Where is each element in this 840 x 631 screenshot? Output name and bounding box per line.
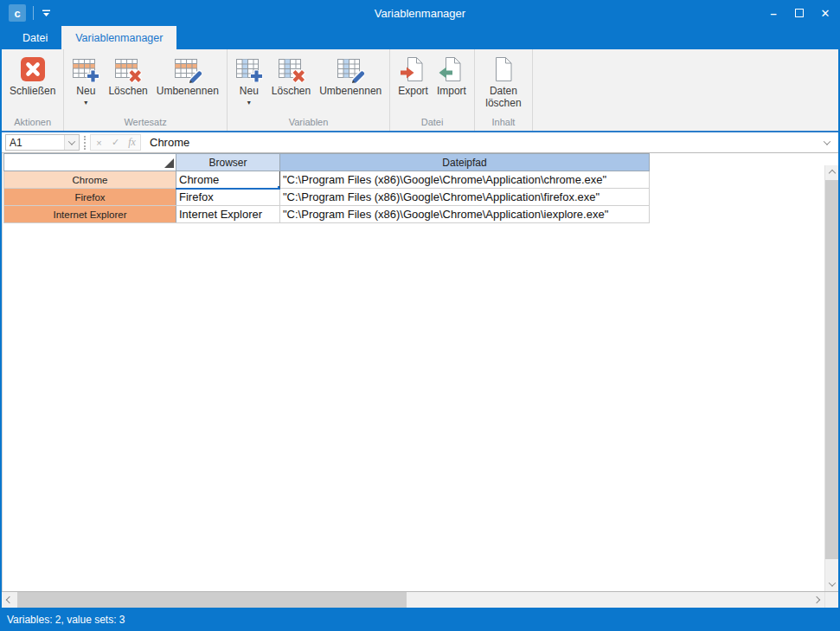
- fill-handle[interactable]: [277, 185, 280, 189]
- titlebar-separator: [33, 6, 34, 20]
- namebox-dropdown-button[interactable]: [64, 135, 79, 150]
- app-logo-icon[interactable]: c: [9, 4, 26, 22]
- maximize-button[interactable]: [786, 0, 812, 26]
- wertesatz-umbenennen-button[interactable]: Umbenennen: [152, 53, 223, 98]
- window-controls: – ✕: [760, 0, 838, 26]
- table-row: Internet Explorer Internet Explorer "C:\…: [4, 206, 650, 223]
- formula-expand-button[interactable]: [819, 134, 835, 151]
- dropdown-arrow-icon: ▾: [84, 100, 87, 106]
- ribbon: Schließen Aktionen: [2, 49, 838, 132]
- cell-path-internet-explorer[interactable]: "C:\Program Files (x86)\Google\Chrome\Ap…: [280, 206, 650, 223]
- wertesatz-loeschen-button[interactable]: Löschen: [104, 53, 151, 98]
- button-label: Neu: [240, 86, 259, 98]
- row-header-firefox[interactable]: Firefox: [4, 189, 176, 206]
- horizontal-scrollbar-track[interactable]: [17, 592, 809, 608]
- button-label: Neu: [76, 86, 95, 98]
- chevron-down-icon: [68, 138, 75, 145]
- cancel-entry-button[interactable]: ×: [91, 135, 107, 150]
- chevron-down-icon: [828, 579, 835, 586]
- table-row-add-icon: [72, 55, 99, 83]
- variablen-loeschen-button[interactable]: Löschen: [267, 53, 315, 98]
- variablen-umbenennen-button[interactable]: Umbenennen: [315, 53, 386, 98]
- button-label: Export: [398, 86, 428, 98]
- ribbon-group-aktionen: Schließen Aktionen: [2, 49, 64, 131]
- schliessen-button[interactable]: Schließen: [5, 53, 60, 98]
- table-row-delete-icon: [114, 55, 142, 83]
- formula-input[interactable]: Chrome: [146, 134, 819, 151]
- scroll-up-button[interactable]: [825, 165, 838, 180]
- row-header-chrome[interactable]: Chrome: [4, 171, 176, 189]
- title-bar: c Variablenmanager – ✕: [2, 0, 838, 26]
- cell-reference: A1: [6, 137, 64, 149]
- wertesatz-neu-button[interactable]: Neu ▾: [67, 53, 104, 106]
- scroll-right-button[interactable]: [809, 592, 824, 608]
- header-row: Browser Dateipfad: [4, 154, 650, 171]
- horizontal-scrollbar[interactable]: [2, 591, 838, 608]
- dropdown-arrow-icon: ▾: [247, 100, 251, 106]
- data-grid: Browser Dateipfad Chrome Chrome "C:\Prog…: [3, 153, 650, 223]
- variablen-neu-button[interactable]: Neu ▾: [231, 53, 267, 106]
- formula-value: Chrome: [150, 136, 189, 149]
- tab-datei[interactable]: Datei: [9, 26, 61, 49]
- spreadsheet-area: Browser Dateipfad Chrome Chrome "C:\Prog…: [2, 153, 838, 591]
- formula-buttons: × ✓ fx: [90, 134, 141, 151]
- close-button[interactable]: ✕: [812, 0, 838, 26]
- table-row-rename-icon: [174, 55, 202, 83]
- table-col-add-icon: [235, 55, 263, 83]
- doc-blank-icon: [490, 55, 517, 83]
- insert-function-button[interactable]: fx: [124, 135, 140, 150]
- table-col-delete-icon: [278, 55, 305, 83]
- table-row: Chrome Chrome "C:\Program Files (x86)\Go…: [4, 171, 650, 189]
- button-label: Daten löschen: [483, 86, 524, 110]
- scrollbar-corner: [824, 592, 838, 608]
- group-label: Variablen: [228, 116, 389, 131]
- group-label: Inhalt: [475, 116, 532, 131]
- group-label: Datei: [390, 116, 474, 131]
- row-header-internet-explorer[interactable]: Internet Explorer: [4, 206, 176, 223]
- status-bar: Variables: 2, value sets: 3: [2, 608, 838, 631]
- ribbon-group-inhalt: Daten löschen Inhalt: [475, 49, 533, 131]
- tab-variablenmanager[interactable]: Variablenmanager: [61, 26, 176, 49]
- vertical-scrollbar-thumb[interactable]: [825, 180, 838, 559]
- table-row: Firefox Firefox "C:\Program Files (x86)\…: [4, 189, 650, 206]
- cell-path-chrome[interactable]: "C:\Program Files (x86)\Google\Chrome\Ap…: [280, 171, 650, 189]
- export-button[interactable]: Export: [394, 53, 433, 98]
- button-label: Umbenennen: [319, 86, 382, 98]
- cell-text: Chrome: [179, 173, 219, 186]
- chevron-left-icon: [6, 596, 13, 603]
- column-header-browser[interactable]: Browser: [176, 154, 280, 171]
- import-button[interactable]: Import: [433, 53, 471, 98]
- formula-bar-grip[interactable]: [84, 136, 86, 150]
- scroll-down-button[interactable]: [825, 576, 838, 591]
- chevron-right-icon: [813, 596, 820, 603]
- button-label: Schließen: [10, 86, 55, 98]
- button-label: Löschen: [108, 86, 147, 98]
- button-label: Löschen: [272, 86, 311, 98]
- daten-loeschen-button[interactable]: Daten löschen: [478, 53, 529, 110]
- button-label: Import: [437, 86, 466, 98]
- quick-access-dropdown-icon[interactable]: [41, 8, 52, 18]
- app-window: c Variablenmanager – ✕ Datei Variablenma…: [0, 0, 840, 631]
- vertical-scrollbar[interactable]: [824, 165, 838, 591]
- column-header-dateipfad[interactable]: Dateipfad: [280, 154, 650, 171]
- maximize-icon: [795, 9, 804, 17]
- ribbon-group-datei: Export Import Datei: [390, 49, 475, 131]
- cell-path-firefox[interactable]: "C:\Program Files (x86)\Google\Chrome\Ap…: [280, 189, 650, 206]
- chevron-up-icon: [828, 169, 835, 176]
- table-col-rename-icon: [337, 55, 364, 83]
- minimize-button[interactable]: –: [760, 0, 786, 26]
- horizontal-scrollbar-thumb[interactable]: [17, 592, 407, 608]
- cell-name-box[interactable]: A1: [5, 134, 80, 151]
- scroll-left-button[interactable]: [2, 592, 17, 608]
- group-label: Aktionen: [2, 116, 63, 131]
- status-text: Variables: 2, value sets: 3: [7, 614, 125, 626]
- cell-browser-firefox[interactable]: Firefox: [176, 189, 280, 206]
- select-all-corner[interactable]: [4, 154, 176, 171]
- cell-browser-chrome[interactable]: Chrome: [176, 171, 280, 189]
- window-title: Variablenmanager: [2, 7, 838, 20]
- close-x-icon: [19, 55, 47, 83]
- formula-bar: A1 × ✓ fx Chrome: [2, 132, 838, 153]
- corner-triangle-icon: [164, 158, 174, 168]
- accept-entry-button[interactable]: ✓: [107, 135, 124, 150]
- cell-browser-internet-explorer[interactable]: Internet Explorer: [176, 206, 280, 223]
